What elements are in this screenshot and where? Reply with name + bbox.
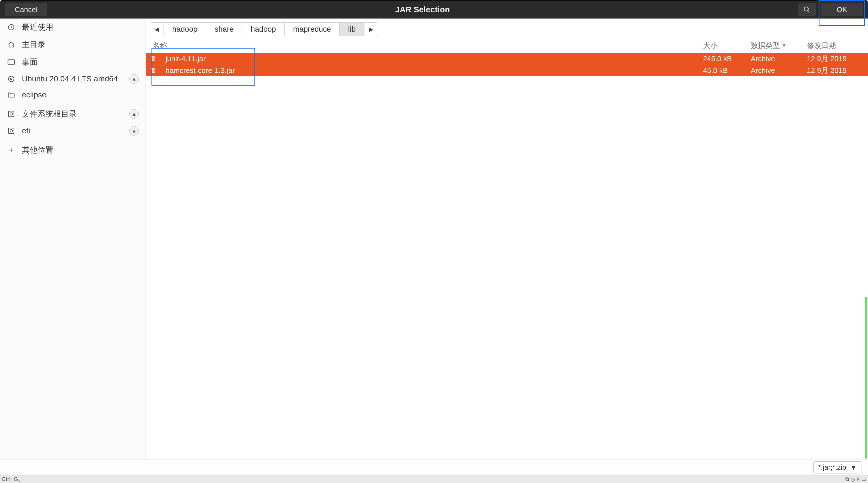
sidebar-item-label: efi <box>22 126 123 135</box>
svg-point-9 <box>10 130 12 132</box>
svg-line-1 <box>808 11 810 12</box>
breadcrumb-segment[interactable]: hadoop <box>163 23 206 36</box>
file-date: 12 9月 2019 <box>807 66 863 76</box>
cancel-button[interactable]: Cancel <box>5 3 47 16</box>
file-name: junit-4.11.jar <box>162 55 703 63</box>
ok-button[interactable]: OK <box>821 3 863 16</box>
sidebar-item[interactable]: 主目录 <box>0 36 146 53</box>
eject-button[interactable]: ▲ <box>129 126 139 135</box>
sidebar-item-label: Ubuntu 20.04.4 LTS amd64 <box>22 74 123 83</box>
search-icon <box>803 6 810 13</box>
column-header-type-label: 数据类型 <box>751 41 780 51</box>
places-sidebar: 最近使用主目录桌面Ubuntu 20.04.4 LTS amd64▲eclips… <box>0 19 146 459</box>
column-header-size[interactable]: 大小 <box>703 41 751 51</box>
file-list: 🗜junit-4.11.jar245.0 kBArchive12 9月 2019… <box>146 53 868 459</box>
home-icon <box>7 41 16 48</box>
cancel-button-label: Cancel <box>15 5 38 14</box>
sidebar-item[interactable]: Ubuntu 20.04.4 LTS amd64▲ <box>0 71 146 87</box>
file-type-filter-label: *.jar;*.zip <box>818 463 846 472</box>
column-header-date[interactable]: 修改日期 <box>807 41 863 51</box>
breadcrumb-segment[interactable]: mapreduce <box>284 23 340 36</box>
archive-icon: 🗜 <box>151 56 162 62</box>
svg-point-0 <box>804 7 808 11</box>
chevron-left-icon: ◀ <box>155 26 159 33</box>
column-header-name[interactable]: 名称 <box>151 41 703 51</box>
sidebar-item-label: 最近使用 <box>22 22 139 33</box>
file-name: hamcrest-core-1.3.jar <box>162 66 703 75</box>
sidebar-item[interactable]: 桌面 <box>0 53 146 71</box>
drive-icon <box>7 127 16 134</box>
sidebar-item-label: 桌面 <box>22 57 139 67</box>
sidebar-item[interactable]: 其他位置 <box>0 142 146 159</box>
file-row[interactable]: 🗜hamcrest-core-1.3.jar45.0 kBArchive12 9… <box>146 65 868 76</box>
desktop-icon <box>7 59 16 65</box>
eject-button[interactable]: ▲ <box>129 74 139 84</box>
file-type: Archive <box>751 66 807 75</box>
sidebar-item-label: 其他位置 <box>22 145 139 155</box>
svg-point-4 <box>8 76 14 82</box>
status-icon-3: ⎘ <box>857 476 860 482</box>
file-type: Archive <box>751 55 807 63</box>
svg-point-7 <box>10 113 12 115</box>
svg-rect-3 <box>8 60 14 64</box>
main-area: 最近使用主目录桌面Ubuntu 20.04.4 LTS amd64▲eclips… <box>0 19 868 459</box>
sidebar-item-label: eclipse <box>22 90 139 99</box>
svg-rect-8 <box>8 128 14 133</box>
breadcrumb-forward-button[interactable]: ▶ <box>364 23 378 36</box>
plus-icon <box>7 147 16 153</box>
status-icon-4: ▭ <box>862 476 866 482</box>
column-header-type[interactable]: 数据类型 ▼ <box>751 41 807 51</box>
folder-icon <box>7 91 16 98</box>
sidebar-item[interactable]: 最近使用 <box>0 19 146 36</box>
disc-icon <box>7 75 16 83</box>
file-panel: ◀ hadoopsharehadoopmapreducelib▶ 名称 大小 数… <box>146 19 868 459</box>
filter-bar: *.jar;*.zip ▼ <box>0 459 868 475</box>
sort-indicator-icon: ▼ <box>782 43 787 49</box>
sidebar-item-label: 主目录 <box>22 39 139 50</box>
sidebar-item-label: 文件系统根目录 <box>22 109 123 119</box>
clock-icon <box>7 24 16 31</box>
status-icon-1: ⧉ <box>845 476 849 482</box>
archive-icon: 🗜 <box>151 67 162 74</box>
svg-rect-6 <box>8 111 14 117</box>
breadcrumb: ◀ hadoopsharehadoopmapreducelib▶ <box>146 19 868 38</box>
breadcrumb-segment[interactable]: share <box>206 23 242 36</box>
ok-button-label: OK <box>837 5 847 14</box>
drive-icon <box>7 110 16 118</box>
status-tray: ⧉ ◷ ⎘ ▭ <box>845 476 866 482</box>
file-list-header: 名称 大小 数据类型 ▼ 修改日期 <box>146 38 868 53</box>
titlebar: Cancel JAR Selection OK <box>0 0 868 19</box>
file-size: 245.0 kB <box>703 55 751 63</box>
file-type-filter[interactable]: *.jar;*.zip ▼ <box>813 461 862 474</box>
file-date: 12 9月 2019 <box>807 54 863 64</box>
chevron-right-icon: ▶ <box>369 26 373 33</box>
sidebar-item[interactable]: eclipse <box>0 87 146 103</box>
breadcrumb-segment[interactable]: hadoop <box>242 23 285 36</box>
svg-point-5 <box>10 78 12 80</box>
file-row[interactable]: 🗜junit-4.11.jar245.0 kBArchive12 9月 2019 <box>146 53 868 65</box>
sidebar-item[interactable]: efi▲ <box>0 123 146 139</box>
sidebar-item[interactable]: 文件系统根目录▲ <box>0 105 146 123</box>
status-bar: Ctrl+G。 ⧉ ◷ ⎘ ▭ <box>0 475 868 483</box>
file-size: 45.0 kB <box>703 66 751 75</box>
breadcrumb-segment[interactable]: lib <box>339 23 365 36</box>
eject-button[interactable]: ▲ <box>129 109 139 119</box>
breadcrumb-back-button[interactable]: ◀ <box>150 23 164 36</box>
scroll-indicator <box>865 297 867 459</box>
search-button[interactable] <box>798 3 816 16</box>
status-icon-2: ◷ <box>850 476 855 482</box>
status-hint: Ctrl+G。 <box>2 476 24 483</box>
chevron-down-icon: ▼ <box>850 463 857 472</box>
dialog-title: JAR Selection <box>395 5 450 14</box>
